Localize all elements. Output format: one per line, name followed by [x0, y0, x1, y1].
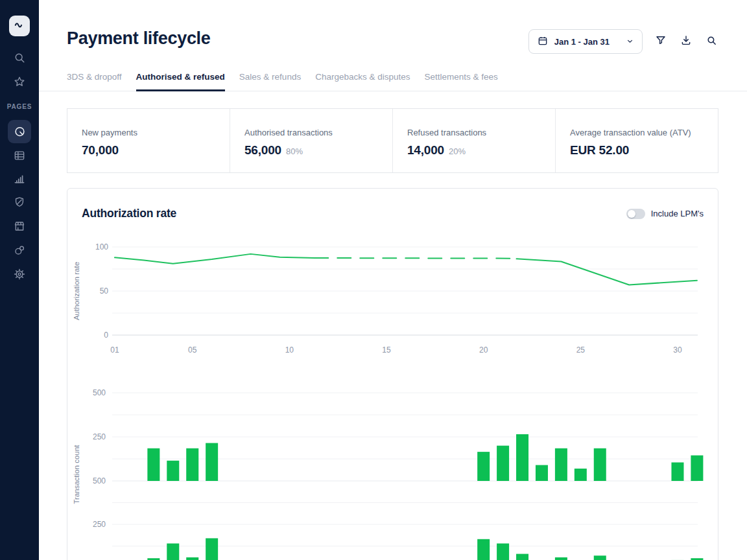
svg-text:25: 25 — [576, 345, 586, 355]
stat-value: 14,000 — [407, 143, 444, 158]
sidebar-item-analytics[interactable] — [8, 167, 31, 191]
charts-svg: 05010025050025050001051015202530Authoriz… — [67, 189, 718, 560]
sidebar-pages-label: PAGES — [0, 103, 39, 110]
stat-card-refused-transactions: Refused transactions14,00020% — [392, 109, 555, 172]
authorization-rate-card: 05010025050025050001051015202530Authoriz… — [67, 188, 718, 560]
svg-text:15: 15 — [382, 345, 391, 355]
toggle-knob — [628, 210, 635, 218]
date-range-picker[interactable]: Jan 1 - Jan 31 — [528, 29, 643, 54]
sidebar-item-tables[interactable] — [8, 144, 31, 167]
bar-chart-icon — [13, 172, 26, 185]
tab-settlements-fees[interactable]: Settlements & fees — [425, 72, 498, 91]
svg-text:30: 30 — [673, 345, 682, 355]
download-icon — [680, 34, 692, 49]
svg-text:05: 05 — [188, 345, 197, 355]
stat-value: 70,000 — [82, 143, 119, 158]
search-button[interactable] — [704, 34, 718, 49]
sidebar: PAGES — [0, 0, 39, 560]
gauge-icon — [13, 125, 27, 139]
wave-logo-icon — [13, 18, 26, 34]
sidebar-item-dashboard[interactable] — [8, 120, 31, 143]
search-icon — [13, 51, 27, 65]
svg-text:20: 20 — [479, 345, 488, 355]
filter-icon — [655, 34, 667, 49]
gear-icon — [13, 268, 26, 281]
svg-text:Authorization rate: Authorization rate — [73, 262, 80, 320]
stat-sub-value: 80% — [286, 146, 303, 156]
header-controls: Jan 1 - Jan 31 — [528, 29, 718, 54]
stat-label: Refused transactions — [407, 128, 555, 137]
stats-row: New payments70,000Authorised transaction… — [67, 108, 718, 173]
svg-text:Transaction count: Transaction count — [73, 445, 80, 504]
svg-text:500: 500 — [93, 388, 106, 397]
stat-label: Average transaction value (ATV) — [570, 128, 718, 137]
svg-text:100: 100 — [95, 242, 108, 251]
table-icon — [13, 149, 26, 162]
charts-area: 05010025050025050001051015202530Authoriz… — [67, 189, 718, 560]
download-button[interactable] — [679, 34, 693, 49]
tab-bar: 3DS & dropoffAuthorised & refusedSales &… — [39, 72, 747, 91]
filter-button[interactable] — [654, 34, 668, 49]
svg-text:0: 0 — [104, 331, 108, 340]
svg-text:50: 50 — [100, 286, 109, 296]
shield-icon — [13, 196, 26, 209]
rings-icon — [13, 244, 26, 257]
svg-text:500: 500 — [93, 476, 106, 485]
sidebar-item-settings[interactable] — [8, 262, 31, 286]
tab-authorised-refused[interactable]: Authorised & refused — [136, 72, 225, 91]
svg-text:250: 250 — [93, 432, 106, 441]
star-icon — [13, 75, 26, 88]
sidebar-item-store[interactable] — [8, 215, 31, 238]
chart-title: Authorization rate — [82, 207, 176, 220]
stat-sub-value: 20% — [449, 146, 466, 156]
app-logo[interactable] — [9, 16, 30, 36]
stat-card-authorised-transactions: Authorised transactions56,00080% — [230, 109, 392, 172]
tab-sales-refunds[interactable]: Sales & refunds — [239, 72, 301, 91]
include-lpm-toggle-group[interactable]: Include LPM's — [626, 209, 704, 219]
chevron-down-icon — [626, 37, 634, 47]
stat-value: 56,000 — [244, 143, 281, 158]
svg-text:10: 10 — [285, 345, 294, 355]
sidebar-item-integrations[interactable] — [8, 239, 31, 262]
tab-chargebacks-disputes[interactable]: Chargebacks & disputes — [315, 72, 410, 91]
stat-card-average-transaction-value-atv: Average transaction value (ATV)EUR 52.00 — [555, 109, 718, 172]
calendar-icon — [538, 36, 548, 48]
search-icon — [706, 35, 717, 49]
include-lpm-toggle-switch[interactable] — [626, 209, 645, 219]
stat-value: EUR 52.00 — [570, 143, 629, 158]
tab-3ds-dropoff[interactable]: 3DS & dropoff — [67, 72, 122, 91]
date-range-label: Jan 1 - Jan 31 — [554, 37, 610, 47]
sidebar-favorites-button[interactable] — [8, 70, 31, 93]
stat-card-new-payments: New payments70,000 — [67, 109, 230, 172]
storefront-icon — [13, 220, 26, 233]
svg-text:250: 250 — [93, 520, 106, 529]
main-content: Payment lifecycle Jan 1 - Jan 31 3DS & d… — [39, 0, 747, 560]
include-lpm-toggle-label: Include LPM's — [651, 209, 704, 218]
stat-label: New payments — [82, 128, 230, 137]
sidebar-search-button[interactable] — [8, 46, 31, 69]
sidebar-item-risk[interactable] — [8, 191, 31, 214]
stat-label: Authorised transactions — [244, 128, 392, 137]
svg-text:01: 01 — [110, 345, 119, 355]
